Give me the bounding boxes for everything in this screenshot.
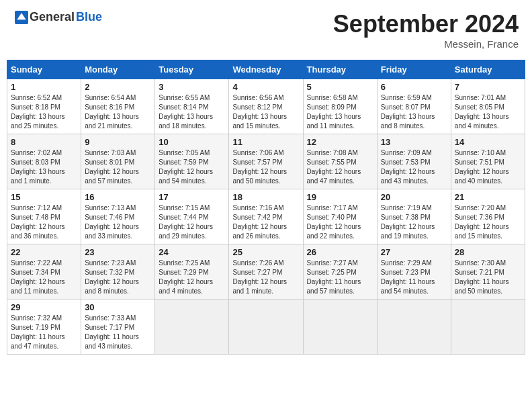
day-info: Sunrise: 7:30 AM Sunset: 7:21 PM Dayligh… — [455, 259, 521, 296]
table-row: 12Sunrise: 7:08 AM Sunset: 7:55 PM Dayli… — [303, 134, 377, 189]
calendar-week-3: 15Sunrise: 7:12 AM Sunset: 7:48 PM Dayli… — [7, 189, 525, 244]
day-number: 27 — [381, 247, 447, 257]
day-number: 19 — [307, 192, 373, 202]
day-info: Sunrise: 7:02 AM Sunset: 8:03 PM Dayligh… — [11, 148, 77, 186]
table-row: 20Sunrise: 7:19 AM Sunset: 7:38 PM Dayli… — [377, 189, 451, 244]
day-number: 24 — [159, 247, 225, 257]
table-row: 18Sunrise: 7:16 AM Sunset: 7:42 PM Dayli… — [229, 189, 303, 244]
day-info: Sunrise: 7:17 AM Sunset: 7:40 PM Dayligh… — [307, 203, 373, 241]
table-row: 16Sunrise: 7:13 AM Sunset: 7:46 PM Dayli… — [81, 189, 155, 244]
title-section: September 2024 Messein, France — [333, 10, 519, 50]
table-row: 14Sunrise: 7:10 AM Sunset: 7:51 PM Dayli… — [451, 134, 525, 189]
table-row: 17Sunrise: 7:15 AM Sunset: 7:44 PM Dayli… — [155, 189, 229, 244]
day-info: Sunrise: 6:58 AM Sunset: 8:09 PM Dayligh… — [307, 93, 373, 131]
table-row: 19Sunrise: 7:17 AM Sunset: 7:40 PM Dayli… — [303, 189, 377, 244]
day-number: 12 — [307, 137, 373, 147]
logo-icon — [15, 11, 28, 24]
day-number: 11 — [232, 137, 299, 147]
day-number: 28 — [455, 247, 521, 257]
table-row: 15Sunrise: 7:12 AM Sunset: 7:48 PM Dayli… — [7, 189, 81, 244]
location: Messein, France — [333, 38, 519, 50]
day-number: 30 — [85, 302, 151, 312]
day-number: 9 — [85, 137, 151, 147]
day-number: 7 — [455, 82, 521, 92]
day-info: Sunrise: 7:26 AM Sunset: 7:27 PM Dayligh… — [232, 259, 299, 296]
day-info: Sunrise: 7:15 AM Sunset: 7:44 PM Dayligh… — [159, 203, 225, 241]
table-row: 27Sunrise: 7:29 AM Sunset: 7:23 PM Dayli… — [377, 244, 451, 300]
table-row: 30Sunrise: 7:33 AM Sunset: 7:17 PM Dayli… — [81, 300, 155, 355]
logo-blue-text: Blue — [76, 10, 102, 24]
day-number: 23 — [85, 247, 151, 257]
day-number: 3 — [159, 82, 225, 92]
day-info: Sunrise: 6:55 AM Sunset: 8:14 PM Dayligh… — [159, 93, 225, 131]
day-info: Sunrise: 6:52 AM Sunset: 8:18 PM Dayligh… — [11, 93, 77, 131]
table-row — [303, 300, 377, 355]
day-info: Sunrise: 7:29 AM Sunset: 7:23 PM Dayligh… — [381, 259, 447, 296]
day-number: 17 — [159, 192, 225, 202]
table-row: 5Sunrise: 6:58 AM Sunset: 8:09 PM Daylig… — [303, 79, 377, 134]
day-number: 6 — [381, 82, 447, 92]
calendar-week-1: 1Sunrise: 6:52 AM Sunset: 8:18 PM Daylig… — [7, 79, 525, 134]
table-row: 22Sunrise: 7:22 AM Sunset: 7:34 PM Dayli… — [7, 244, 81, 300]
day-number: 25 — [232, 247, 299, 257]
col-sunday: Sunday — [7, 60, 81, 79]
day-info: Sunrise: 6:56 AM Sunset: 8:12 PM Dayligh… — [232, 93, 299, 131]
table-row: 8Sunrise: 7:02 AM Sunset: 8:03 PM Daylig… — [7, 134, 81, 189]
day-info: Sunrise: 7:08 AM Sunset: 7:55 PM Dayligh… — [307, 148, 373, 186]
day-number: 16 — [85, 192, 151, 202]
table-row: 28Sunrise: 7:30 AM Sunset: 7:21 PM Dayli… — [451, 244, 525, 300]
table-row — [451, 300, 525, 355]
day-number: 13 — [381, 137, 447, 147]
table-row: 26Sunrise: 7:27 AM Sunset: 7:25 PM Dayli… — [303, 244, 377, 300]
table-row: 4Sunrise: 6:56 AM Sunset: 8:12 PM Daylig… — [229, 79, 303, 134]
col-thursday: Thursday — [303, 60, 377, 79]
logo-general-text: General — [30, 10, 75, 24]
calendar-week-2: 8Sunrise: 7:02 AM Sunset: 8:03 PM Daylig… — [7, 134, 525, 189]
day-info: Sunrise: 7:19 AM Sunset: 7:38 PM Dayligh… — [381, 203, 447, 241]
table-row: 25Sunrise: 7:26 AM Sunset: 7:27 PM Dayli… — [229, 244, 303, 300]
month-title: September 2024 — [333, 10, 519, 38]
col-monday: Monday — [81, 60, 155, 79]
day-info: Sunrise: 7:01 AM Sunset: 8:05 PM Dayligh… — [455, 93, 521, 131]
table-row: 2Sunrise: 6:54 AM Sunset: 8:16 PM Daylig… — [81, 79, 155, 134]
day-number: 14 — [455, 137, 521, 147]
day-info: Sunrise: 7:13 AM Sunset: 7:46 PM Dayligh… — [85, 203, 151, 241]
day-number: 26 — [307, 247, 373, 257]
table-row: 6Sunrise: 6:59 AM Sunset: 8:07 PM Daylig… — [377, 79, 451, 134]
table-row — [377, 300, 451, 355]
table-row: 21Sunrise: 7:20 AM Sunset: 7:36 PM Dayli… — [451, 189, 525, 244]
day-info: Sunrise: 7:25 AM Sunset: 7:29 PM Dayligh… — [159, 259, 225, 296]
day-info: Sunrise: 7:22 AM Sunset: 7:34 PM Dayligh… — [11, 259, 77, 296]
calendar-week-4: 22Sunrise: 7:22 AM Sunset: 7:34 PM Dayli… — [7, 244, 525, 300]
logo: General Blue — [13, 10, 102, 24]
day-number: 15 — [11, 192, 77, 202]
day-info: Sunrise: 7:20 AM Sunset: 7:36 PM Dayligh… — [455, 203, 521, 241]
page-header: General Blue September 2024 Messein, Fra… — [7, 7, 525, 53]
calendar-table: Sunday Monday Tuesday Wednesday Thursday… — [7, 60, 525, 355]
day-info: Sunrise: 7:10 AM Sunset: 7:51 PM Dayligh… — [455, 148, 521, 186]
table-row — [229, 300, 303, 355]
day-info: Sunrise: 6:54 AM Sunset: 8:16 PM Dayligh… — [85, 93, 151, 131]
col-wednesday: Wednesday — [229, 60, 303, 79]
day-info: Sunrise: 7:33 AM Sunset: 7:17 PM Dayligh… — [85, 314, 151, 351]
table-row: 11Sunrise: 7:06 AM Sunset: 7:57 PM Dayli… — [229, 134, 303, 189]
day-info: Sunrise: 7:09 AM Sunset: 7:53 PM Dayligh… — [381, 148, 447, 186]
day-number: 2 — [85, 82, 151, 92]
day-info: Sunrise: 7:32 AM Sunset: 7:19 PM Dayligh… — [11, 314, 77, 351]
col-tuesday: Tuesday — [155, 60, 229, 79]
day-info: Sunrise: 7:23 AM Sunset: 7:32 PM Dayligh… — [85, 259, 151, 296]
day-number: 8 — [11, 137, 77, 147]
day-info: Sunrise: 7:16 AM Sunset: 7:42 PM Dayligh… — [232, 203, 299, 241]
day-info: Sunrise: 6:59 AM Sunset: 8:07 PM Dayligh… — [381, 93, 447, 131]
day-info: Sunrise: 7:06 AM Sunset: 7:57 PM Dayligh… — [232, 148, 299, 186]
day-info: Sunrise: 7:03 AM Sunset: 8:01 PM Dayligh… — [85, 148, 151, 186]
day-info: Sunrise: 7:12 AM Sunset: 7:48 PM Dayligh… — [11, 203, 77, 241]
calendar-header-row: Sunday Monday Tuesday Wednesday Thursday… — [7, 60, 525, 79]
table-row: 9Sunrise: 7:03 AM Sunset: 8:01 PM Daylig… — [81, 134, 155, 189]
day-number: 10 — [159, 137, 225, 147]
table-row: 13Sunrise: 7:09 AM Sunset: 7:53 PM Dayli… — [377, 134, 451, 189]
day-number: 4 — [232, 82, 299, 92]
table-row: 29Sunrise: 7:32 AM Sunset: 7:19 PM Dayli… — [7, 300, 81, 355]
day-number: 18 — [232, 192, 299, 202]
calendar-week-5: 29Sunrise: 7:32 AM Sunset: 7:19 PM Dayli… — [7, 300, 525, 355]
